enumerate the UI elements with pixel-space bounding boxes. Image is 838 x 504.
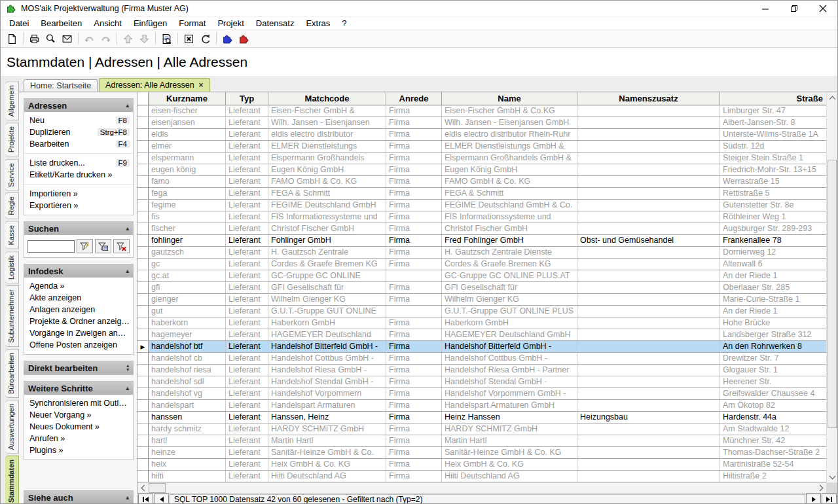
row-selector[interactable] <box>137 341 149 352</box>
row-selector[interactable] <box>137 141 149 152</box>
row-selector[interactable] <box>137 188 149 199</box>
row-selector[interactable] <box>137 117 149 128</box>
table-row[interactable]: eisen-fischer Lieferant Eisen-Fischer Gm… <box>137 105 826 117</box>
menu-item[interactable]: Projekt <box>211 17 249 29</box>
row-selector[interactable] <box>137 200 149 211</box>
row-selector[interactable] <box>137 270 149 281</box>
collapse-up-icon[interactable]: ▴ <box>126 225 129 232</box>
row-selector[interactable] <box>137 447 149 458</box>
row-selector[interactable] <box>137 105 149 117</box>
table-row[interactable]: hilti Lieferant Hilti Deutschland AG Fir… <box>137 471 826 482</box>
row-selector[interactable] <box>137 306 149 317</box>
row-selector[interactable] <box>137 259 149 270</box>
close-button[interactable] <box>809 1 837 16</box>
vertical-scrollbar[interactable] <box>826 92 837 482</box>
table-row[interactable]: elmer Lieferant ELMER Dienstleistungs Fi… <box>137 141 826 153</box>
panel-infodesk-header[interactable]: Infodesk ▴ <box>24 264 133 278</box>
collapse-up-icon[interactable]: ▴ <box>126 494 129 501</box>
module-tab[interactable]: Regie <box>5 192 19 219</box>
panel-direkt-bearbeiten-header[interactable]: Direkt bearbeiten ▴▾ <box>24 361 133 374</box>
close-tab-icon[interactable]: × <box>199 81 204 90</box>
tab-adressen-alle-adressen[interactable]: Adressen: Alle Adressen × <box>99 78 210 92</box>
header-matchcode[interactable]: Matchcode <box>268 92 386 105</box>
table-row[interactable]: eugen könig Lieferant Eugen König GmbH F… <box>137 164 826 176</box>
table-row[interactable]: gc.at Lieferant GC-Gruppe GC ONLINE GC-G… <box>137 270 826 282</box>
header-anrede[interactable]: Anrede <box>386 92 442 105</box>
sidebar-command[interactable]: Etikett/Karte drucken » <box>24 169 133 181</box>
menu-item[interactable]: Datei <box>3 17 35 29</box>
menu-item[interactable]: Einfügen <box>128 17 173 29</box>
panel-suchen-header[interactable]: Suchen ▴ <box>24 222 133 235</box>
row-selector[interactable] <box>137 400 149 411</box>
table-row[interactable]: handelshof cb Lieferant Handelshof Cottb… <box>137 353 826 365</box>
module-tab[interactable]: Auswertungen <box>5 400 19 454</box>
table-row[interactable]: eisenjansen Lieferant Wilh. Jansen - Eis… <box>137 117 826 129</box>
filter-apply-button[interactable] <box>77 239 93 253</box>
header-name[interactable]: Name <box>442 92 577 105</box>
sidebar-command[interactable]: Importieren » <box>24 184 133 200</box>
row-selector[interactable] <box>137 294 149 305</box>
table-row[interactable]: hagemeyer Lieferant HAGEMEYER Deutschlan… <box>137 329 826 341</box>
plugin-red-icon[interactable] <box>236 31 252 46</box>
restore-button[interactable] <box>780 1 809 16</box>
sidebar-command[interactable]: Vorgänge in Zweigen anzeigen <box>24 327 133 339</box>
panel-adressen-header[interactable]: Adressen ▴ <box>24 99 133 112</box>
horizontal-scroll-thumb[interactable] <box>149 483 166 493</box>
table-row[interactable]: hanssen Lieferant Hanssen, Heinz Firma H… <box>137 412 826 423</box>
sidebar-command[interactable]: Agenda » <box>24 280 133 292</box>
sidebar-command[interactable]: Bearbeiten F4 <box>24 138 133 150</box>
table-row[interactable]: fegime Lieferant FEGIME Deutschland GmbH… <box>137 200 826 211</box>
table-row[interactable]: heix Lieferant Heix GmbH & Co. KG Firma … <box>137 459 826 471</box>
filter-list-button[interactable] <box>95 239 111 253</box>
record-previous-button[interactable] <box>154 494 169 504</box>
report-preview-icon[interactable] <box>158 31 175 46</box>
header-typ[interactable]: Typ <box>226 92 268 105</box>
scroll-up-icon[interactable] <box>827 92 837 103</box>
sidebar-command[interactable]: Projekte & Ordner anzeigen <box>24 315 133 327</box>
table-row[interactable]: elspermann Lieferant Elspermann Großhand… <box>137 153 826 164</box>
record-next-button[interactable] <box>806 494 821 504</box>
table-row[interactable]: fis Lieferant FIS Informationssysteme un… <box>137 211 826 223</box>
menu-item[interactable]: Ansicht <box>88 17 128 29</box>
row-selector[interactable] <box>137 388 149 399</box>
sidebar-command[interactable]: Anrufen » <box>24 433 133 444</box>
print-icon[interactable] <box>26 31 43 46</box>
filter-clear-button[interactable] <box>113 239 130 253</box>
row-selector[interactable] <box>137 282 149 293</box>
table-row[interactable]: gienger Lieferant Wilhelm Gienger KG Fir… <box>137 294 826 306</box>
table-row[interactable]: fohlinger Lieferant Fohlinger GmbH Firma… <box>137 235 826 247</box>
row-selector[interactable] <box>137 435 149 446</box>
module-tab[interactable]: Logistik <box>5 251 19 283</box>
horizontal-scrollbar[interactable] <box>137 482 837 493</box>
table-row[interactable]: hardy schmitz Lieferant HARDY SCHMITZ Gm… <box>137 423 826 435</box>
table-row[interactable]: haberkorn Lieferant Haberkorn GmbH Firma… <box>137 317 826 329</box>
menu-item[interactable]: Bearbeiten <box>35 17 88 29</box>
module-tab[interactable]: Service <box>5 159 19 191</box>
plugin-blue-icon[interactable] <box>219 31 236 46</box>
sidebar-command[interactable]: Plugins » <box>24 444 133 456</box>
table-row[interactable]: gfi Lieferant GFI Gesellschaft für Firma… <box>137 282 826 294</box>
sidebar-command[interactable]: Akte anzeigen <box>24 292 133 304</box>
row-selector[interactable] <box>137 471 149 482</box>
table-row[interactable]: fega Lieferant FEGA & Schmitt Firma FEGA… <box>137 188 826 200</box>
sidebar-command[interactable]: Exportieren » <box>24 200 133 211</box>
header-kurzname[interactable]: Kurzname <box>149 92 226 105</box>
minimize-button[interactable] <box>751 1 780 16</box>
row-selector[interactable] <box>137 129 149 140</box>
module-tab[interactable]: Subunternehmer <box>5 285 19 347</box>
table-row[interactable]: hartl Lieferant Martin Hartl Firma Marti… <box>137 435 826 447</box>
row-selector[interactable] <box>137 365 149 376</box>
table-row[interactable]: gc Lieferant Cordes & Graefe Bremen KG F… <box>137 259 826 270</box>
module-tab[interactable]: Stammdaten <box>5 456 19 504</box>
collapse-up-icon[interactable]: ▴ <box>126 102 129 109</box>
table-row[interactable]: handelshof btf Lieferant Handelshof Bitt… <box>137 341 826 353</box>
row-selector[interactable] <box>137 176 149 187</box>
sidebar-command[interactable]: Duplizieren Strg+F8 <box>24 126 133 138</box>
row-selector[interactable] <box>137 376 149 387</box>
module-tab[interactable]: Büroarbeiten <box>5 349 19 398</box>
panel-weitere-schritte-header[interactable]: Weitere Schritte ▴ <box>24 382 133 395</box>
table-row[interactable]: heinze Lieferant Sanitär-Heinze GmbH & C… <box>137 447 826 459</box>
tab-home-startseite[interactable]: Home: Startseite <box>24 79 98 92</box>
table-row[interactable]: eldis Lieferant eldis electro distributo… <box>137 129 826 141</box>
collapse-up-icon[interactable]: ▴ <box>126 385 129 391</box>
